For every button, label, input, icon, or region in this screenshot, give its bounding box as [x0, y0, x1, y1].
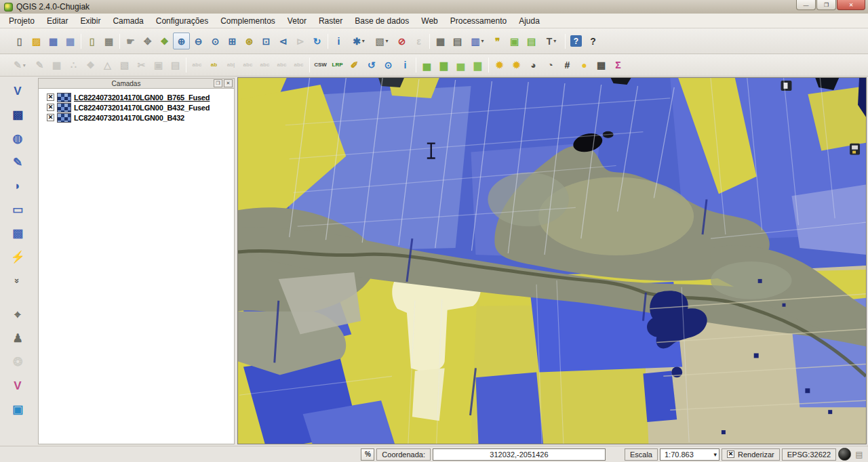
new-project-button[interactable]: ▯	[11, 33, 28, 49]
chevron-down-icon[interactable]: ▾	[713, 451, 717, 458]
paste-features-button[interactable]: ▤	[167, 57, 184, 74]
menu-processamento[interactable]: Processamento	[444, 14, 513, 28]
menu-editar[interactable]: Editar	[41, 14, 74, 28]
layer-row-b765-fused[interactable]: ✕ LC82240732014170LGN00_B765_Fused	[40, 92, 233, 102]
node-tool-button[interactable]: △	[99, 57, 116, 74]
pan-to-selection-button[interactable]: ❖	[156, 33, 173, 49]
text-annotation-button[interactable]: T	[540, 33, 563, 49]
raster-plugin-button-2[interactable]: ✹	[508, 57, 525, 74]
zoom-next-button[interactable]: ⊳	[292, 33, 309, 49]
save-project-as-button[interactable]: ▦	[62, 33, 79, 49]
layer-visibility-checkbox[interactable]: ✕	[47, 104, 54, 111]
zoom-to-selection-button[interactable]: ⊛	[241, 33, 258, 49]
heatmap-plugin-button[interactable]: ●	[576, 57, 593, 74]
menu-raster[interactable]: Raster	[313, 14, 349, 28]
cut-features-button[interactable]: ✂	[133, 57, 150, 74]
minimize-button[interactable]: —	[796, 0, 816, 10]
menu-camada[interactable]: Camada	[106, 14, 149, 28]
dock-float-icon[interactable]: ❐	[214, 79, 222, 87]
menu-web[interactable]: Web	[415, 14, 443, 28]
label-toolbar-button-6[interactable]: abc	[273, 57, 290, 74]
add-oracle-layer-button[interactable]: ◗	[7, 175, 28, 196]
label-toolbar-button-4[interactable]: abc	[239, 57, 256, 74]
add-wcs-layer-button[interactable]: ▩	[7, 223, 28, 243]
save-layer-edits-button[interactable]: ▦	[48, 57, 65, 74]
georeferencer-button-1[interactable]: ◕	[525, 57, 542, 74]
raster-image-button[interactable]: ▩	[593, 57, 610, 74]
restore-button[interactable]: ❐	[816, 0, 836, 10]
zonal-statistics-button[interactable]: Σ	[610, 57, 627, 74]
copy-features-button[interactable]: ▣	[150, 57, 167, 74]
plugin-tool-button[interactable]: ✐	[346, 57, 363, 74]
coordinate-input[interactable]: 312032,-2051426	[433, 448, 606, 461]
close-button[interactable]: ✕	[837, 0, 865, 10]
toolbar-overflow-button[interactable]: »	[7, 270, 28, 291]
profile-tool-button-3[interactable]: ▅	[452, 57, 469, 74]
plugin-disabled-button[interactable]: ❂	[7, 352, 28, 372]
open-project-button[interactable]: ▨	[28, 33, 45, 49]
zoom-plugin-button[interactable]: ⊙	[380, 57, 397, 74]
layer-row-b432[interactable]: ✕ LC82240732014170LGN00_B432	[40, 112, 233, 123]
profile-tool-button-4[interactable]: ▆	[469, 57, 486, 74]
move-feature-button[interactable]: ❖	[82, 57, 99, 74]
menu-projeto[interactable]: Projeto	[3, 14, 41, 28]
zoom-native-button[interactable]: ⊙	[207, 33, 224, 49]
crs-status-button[interactable]	[838, 448, 851, 461]
message-log-button[interactable]: ▤	[853, 448, 865, 461]
zoom-in-button[interactable]: ⊕	[173, 33, 190, 49]
georeferencer-button-2[interactable]: ◔	[542, 57, 559, 74]
help-button[interactable]: ?	[568, 33, 585, 49]
add-wfs-layer-button[interactable]: ⚡	[7, 247, 28, 267]
zoom-full-button[interactable]: ⊞	[224, 33, 241, 49]
deselect-features-button[interactable]: ⊘	[393, 33, 410, 49]
add-vector-layer-button[interactable]: V	[7, 81, 28, 101]
coordinate-capture-button[interactable]: ♟	[7, 328, 28, 348]
dxf2shp-plugin-button[interactable]: V	[7, 375, 28, 396]
extents-toggle-icon[interactable]: %	[361, 448, 374, 461]
layer-visibility-checkbox[interactable]: ✕	[47, 93, 54, 101]
run-feature-action-button[interactable]: ✱	[347, 33, 370, 49]
toggle-editing-button[interactable]: ✎	[31, 57, 48, 74]
delete-selected-button[interactable]: ▧	[116, 57, 133, 74]
undo-plugin-button[interactable]: ↺	[363, 57, 380, 74]
select-by-expression-button[interactable]: ε	[410, 33, 427, 49]
label-toolbar-button-1[interactable]: abc	[189, 57, 205, 74]
field-calculator-button[interactable]: ▤	[449, 33, 466, 49]
new-composer-button[interactable]: ▯	[83, 33, 100, 49]
menu-ajuda[interactable]: Ajuda	[513, 14, 546, 28]
plugin-anchor-button[interactable]: ⌖	[7, 304, 28, 324]
metasearch-csw-button[interactable]: CSW	[312, 57, 329, 74]
zoom-last-button[interactable]: ⊲	[275, 33, 292, 49]
label-toolbar-button-3[interactable]: ab|	[222, 57, 239, 74]
label-toolbar-button-5[interactable]: abc	[256, 57, 273, 74]
zoom-out-button[interactable]: ⊖	[190, 33, 207, 49]
layers-panel-header[interactable]: Camadas ❐ ✕	[38, 78, 235, 89]
pan-map-button[interactable]: ✥	[139, 33, 156, 49]
show-bookmarks-button[interactable]: ▤	[523, 33, 540, 49]
current-edits-button[interactable]: ✎	[8, 57, 31, 74]
new-bookmark-button[interactable]: ▣	[506, 33, 523, 49]
dock-close-icon[interactable]: ✕	[224, 79, 233, 87]
add-postgis-layer-button[interactable]: ◍	[7, 128, 28, 148]
scale-combobox[interactable]: 1:70.863 ▾	[660, 448, 719, 461]
refresh-map-button[interactable]: ↻	[309, 33, 326, 49]
openlayers-plugin-button[interactable]: ▣	[7, 399, 28, 419]
layer-visibility-checkbox[interactable]: ✕	[47, 114, 54, 121]
menu-complementos[interactable]: Complementos	[214, 14, 281, 28]
menu-vetor[interactable]: Vetor	[281, 14, 313, 28]
add-raster-layer-button[interactable]: ▩	[7, 104, 28, 125]
menu-exibir[interactable]: Exibir	[74, 14, 106, 28]
add-wms-layer-button[interactable]: ▭	[7, 199, 28, 219]
select-features-button[interactable]: ▧	[370, 33, 393, 49]
profile-tool-button-1[interactable]: ▅	[418, 57, 435, 74]
attribute-table-button[interactable]: ▦	[432, 33, 449, 49]
save-project-button[interactable]: ▦	[45, 33, 62, 49]
grid-plugin-button[interactable]: #	[559, 57, 576, 74]
render-checkbox[interactable]: ✕	[727, 450, 734, 458]
zoom-to-layer-button[interactable]: ⊡	[258, 33, 275, 49]
menu-configuracoes[interactable]: Configurações	[150, 14, 214, 28]
composer-manager-button[interactable]: ▩	[100, 33, 117, 49]
info-plugin-button[interactable]: i	[397, 57, 414, 74]
measure-button[interactable]: ▥	[466, 33, 489, 49]
identify-features-button[interactable]: i	[330, 33, 347, 49]
